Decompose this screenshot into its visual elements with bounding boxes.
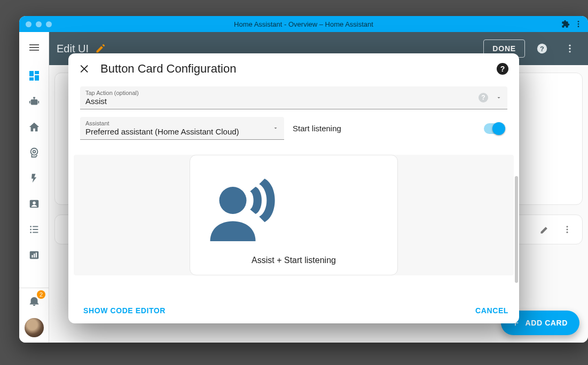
voice-person-icon xyxy=(197,165,391,245)
svg-rect-24 xyxy=(34,253,35,257)
svg-rect-5 xyxy=(35,75,39,81)
toggle-knob xyxy=(492,122,505,135)
card-preview-caption: Assist + Start listening xyxy=(197,256,391,265)
svg-rect-8 xyxy=(33,97,35,99)
chevron-down-icon xyxy=(496,94,502,101)
avatar[interactable] xyxy=(25,318,44,337)
assistant-label: Assistant xyxy=(85,120,279,126)
button-card-config-dialog: Button Card Configuration ? Tap Action (… xyxy=(68,53,519,323)
svg-rect-10 xyxy=(29,101,30,104)
svg-rect-11 xyxy=(38,101,39,104)
svg-point-20 xyxy=(30,232,32,233)
svg-rect-6 xyxy=(29,77,34,81)
svg-rect-17 xyxy=(33,226,38,227)
svg-point-1 xyxy=(578,23,579,25)
svg-point-15 xyxy=(33,201,36,204)
robot-icon xyxy=(28,96,40,107)
sidebar-item-logbook[interactable] xyxy=(19,140,49,165)
sidebar: 2 xyxy=(19,32,49,343)
dashboard-icon xyxy=(28,69,41,82)
svg-rect-21 xyxy=(33,232,38,233)
svg-rect-19 xyxy=(33,229,38,230)
svg-point-2 xyxy=(578,26,579,27)
account-box-icon xyxy=(28,198,40,210)
chart-bar-icon xyxy=(28,249,40,261)
window-title: Home Assistant - Overview – Home Assista… xyxy=(19,20,588,28)
help-icon[interactable]: ? xyxy=(497,63,508,75)
scrollbar[interactable] xyxy=(515,176,518,283)
tap-action-label: Tap Action (optional) xyxy=(85,90,502,96)
close-icon[interactable] xyxy=(79,63,91,75)
sidebar-item-person[interactable] xyxy=(19,191,49,217)
chevron-down-icon xyxy=(272,125,279,131)
flash-icon xyxy=(29,173,40,184)
svg-point-12 xyxy=(30,148,37,155)
head-cog-icon xyxy=(28,147,40,158)
sidebar-item-map[interactable] xyxy=(19,114,49,140)
start-listening-toggle[interactable] xyxy=(484,123,504,134)
home-icon xyxy=(28,121,40,133)
help-icon[interactable]: ? xyxy=(479,93,488,102)
assistant-value: Preferred assistant (Home Assistant Clou… xyxy=(85,126,279,136)
close-window-button[interactable] xyxy=(26,21,32,27)
dialog-body: Tap Action (optional) Assist ? Assistant… xyxy=(68,80,519,300)
minimize-window-button[interactable] xyxy=(36,21,42,27)
sidebar-item-history[interactable] xyxy=(19,242,49,268)
tap-action-select[interactable]: Tap Action (optional) Assist ? xyxy=(80,86,507,109)
sidebar-item-overview[interactable] xyxy=(19,63,49,89)
svg-rect-7 xyxy=(30,99,37,105)
svg-rect-25 xyxy=(35,252,36,257)
svg-rect-9 xyxy=(34,99,35,100)
show-code-editor-button[interactable]: SHOW CODE EDITOR xyxy=(83,306,166,315)
svg-rect-23 xyxy=(32,255,33,258)
dialog-title: Button Card Configuration xyxy=(100,62,236,76)
assistant-select[interactable]: Assistant Preferred assistant (Home Assi… xyxy=(80,117,284,140)
traffic-lights xyxy=(26,21,52,27)
svg-point-13 xyxy=(33,150,35,153)
extensions-icon[interactable] xyxy=(561,20,570,28)
svg-point-34 xyxy=(219,187,247,214)
tap-action-value: Assist xyxy=(85,96,502,106)
browser-menu-icon[interactable] xyxy=(574,20,583,28)
svg-point-0 xyxy=(578,21,579,22)
svg-point-18 xyxy=(30,229,32,231)
dialog-footer: SHOW CODE EDITOR CANCEL xyxy=(68,300,519,323)
sidebar-item-flash[interactable] xyxy=(19,165,49,191)
notification-badge: 2 xyxy=(37,290,45,299)
cancel-button[interactable]: CANCEL xyxy=(475,306,508,315)
card-preview-area: Assist + Start listening xyxy=(74,155,514,275)
svg-rect-3 xyxy=(29,71,34,76)
list-icon xyxy=(28,224,40,235)
card-preview[interactable]: Assist + Start listening xyxy=(190,155,398,275)
start-listening-label: Start listening xyxy=(293,124,341,133)
app-window: Home Assistant - Overview – Home Assista… xyxy=(19,16,588,343)
hamburger-menu-button[interactable] xyxy=(19,32,49,63)
sidebar-item-list[interactable] xyxy=(19,217,49,242)
svg-rect-4 xyxy=(35,71,39,74)
sidebar-item-notifications[interactable]: 2 xyxy=(19,288,49,314)
sidebar-item-energy[interactable] xyxy=(19,89,49,114)
dialog-header: Button Card Configuration ? xyxy=(68,53,519,80)
maximize-window-button[interactable] xyxy=(46,21,52,27)
title-bar: Home Assistant - Overview – Home Assista… xyxy=(19,16,588,32)
svg-point-16 xyxy=(30,226,32,227)
